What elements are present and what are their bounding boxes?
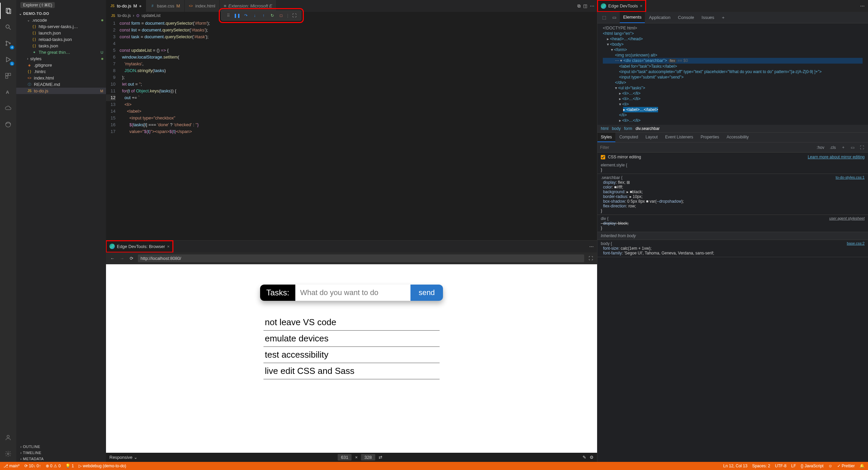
activity-a-icon[interactable]: A: [0, 84, 16, 100]
step-over-icon[interactable]: ↷: [243, 13, 249, 18]
stop-icon[interactable]: □: [278, 13, 284, 18]
tab-base-css[interactable]: #base.cssM: [146, 0, 184, 12]
dom-tree[interactable]: <!DOCTYPE html> <html lang="en"> ▸ <head…: [597, 23, 868, 125]
branch-indicator[interactable]: ⎇ main*: [3, 464, 20, 468]
devtools-tab[interactable]: Edge DevTools ×: [597, 0, 646, 12]
metadata-section[interactable]: › METADATA: [16, 456, 106, 462]
file-item[interactable]: ⓘREADME.md: [16, 81, 106, 88]
task-input[interactable]: [295, 285, 410, 301]
encoding-indicator[interactable]: UTF-8: [775, 464, 786, 468]
list-item[interactable]: emulate devices: [263, 331, 440, 347]
css-rules[interactable]: element.style { } to-do-styles.css:1 .se…: [597, 161, 868, 462]
file-item-active[interactable]: JSto-do.jsM: [16, 88, 106, 94]
file-item[interactable]: { }tasks.json: [16, 43, 106, 49]
file-item[interactable]: { }reload-tasks.json: [16, 36, 106, 43]
browser-viewport[interactable]: Tasks: send not leave VS code emulate de…: [106, 264, 597, 453]
close-icon[interactable]: ●: [139, 3, 142, 8]
file-item[interactable]: ✦The great thin…U: [16, 49, 106, 55]
source-link[interactable]: base.css:2: [847, 241, 865, 245]
mirror-link[interactable]: Learn more about mirror editing: [808, 155, 865, 159]
drag-handle-icon[interactable]: ⠿: [226, 13, 231, 18]
inspect-icon[interactable]: ⬚: [599, 12, 609, 23]
list-item[interactable]: live edit CSS and Sass: [263, 363, 440, 379]
pause-icon[interactable]: ❚❚: [234, 13, 240, 18]
feedback-icon[interactable]: ☺: [828, 464, 832, 468]
activity-edge-icon[interactable]: [0, 116, 16, 133]
folder-styles[interactable]: ›styles: [16, 55, 106, 62]
bell-icon[interactable]: 🔔: [860, 464, 865, 468]
mirror-checkbox[interactable]: [601, 155, 605, 159]
activity-account-icon[interactable]: [0, 429, 16, 446]
cls-button[interactable]: .cls: [828, 144, 837, 151]
list-item[interactable]: test accessibility: [263, 347, 440, 363]
file-item[interactable]: ◈.gitignore: [16, 62, 106, 68]
responsive-dropdown[interactable]: Responsive ⌄: [109, 455, 137, 460]
more-icon[interactable]: ⋯: [590, 3, 594, 9]
device-icon[interactable]: ▭: [849, 144, 856, 151]
width-input[interactable]: 631: [338, 454, 352, 461]
screencast-icon[interactable]: ⛶: [292, 13, 297, 18]
chevron-down-icon[interactable]: ⌄: [19, 12, 22, 16]
activity-debug-icon[interactable]: 1: [0, 51, 16, 68]
activity-extensions-icon[interactable]: [0, 68, 16, 84]
step-into-icon[interactable]: ↓: [252, 13, 257, 18]
activity-search-icon[interactable]: [0, 19, 16, 35]
compare-icon[interactable]: ⧉: [577, 3, 580, 9]
restart-icon[interactable]: ↻: [270, 13, 275, 18]
tab-styles[interactable]: Styles: [597, 133, 615, 142]
tab-extension[interactable]: ≡Extension: Microsoft E: [220, 0, 277, 12]
activity-settings-icon[interactable]: [0, 446, 16, 462]
close-icon[interactable]: ×: [640, 3, 642, 8]
file-item[interactable]: { }.hintrc: [16, 68, 106, 75]
file-item[interactable]: <>index.html: [16, 75, 106, 81]
tab-todo-js[interactable]: JSto-do.jsM●: [106, 0, 146, 12]
device-icon[interactable]: ▭: [610, 12, 619, 23]
language-indicator[interactable]: {} JavaScript: [801, 464, 823, 468]
plus-icon[interactable]: ＋: [718, 12, 728, 23]
tab-console[interactable]: Console: [675, 12, 698, 23]
outline-section[interactable]: › OUTLINE: [16, 444, 106, 450]
eol-indicator[interactable]: LF: [791, 464, 796, 468]
wand-icon[interactable]: ✎: [583, 455, 586, 460]
tab-accessibility[interactable]: Accessibility: [723, 133, 752, 142]
code-editor[interactable]: 1234567891011121314151617 const form = d…: [106, 19, 597, 240]
source-link[interactable]: to-do-styles.css:1: [835, 175, 865, 179]
activity-cloud-icon[interactable]: [0, 100, 16, 116]
close-icon[interactable]: ×: [167, 244, 170, 249]
timeline-section[interactable]: › TIMELINE: [16, 450, 106, 456]
expand-icon[interactable]: ⛶: [859, 144, 865, 151]
reload-icon[interactable]: ⟳: [128, 256, 134, 261]
tab-properties[interactable]: Properties: [697, 133, 723, 142]
problems-indicator[interactable]: ⊗ 0 ⚠ 0: [46, 464, 61, 468]
list-item[interactable]: not leave VS code: [263, 314, 440, 331]
tab-layout[interactable]: Layout: [642, 133, 661, 142]
hov-button[interactable]: :hov: [815, 144, 826, 151]
send-button[interactable]: send: [410, 285, 443, 301]
styles-filter-input[interactable]: [600, 145, 812, 150]
browser-tab[interactable]: Edge DevTools: Browser ×: [106, 241, 173, 252]
more-icon[interactable]: ⋯: [860, 3, 865, 8]
tab-computed[interactable]: Computed: [616, 133, 641, 142]
more-icon[interactable]: ⋯: [589, 244, 594, 249]
debug-target[interactable]: ▷ webdebug (demo-to-do): [79, 464, 126, 468]
dom-breadcrumb[interactable]: htmlbodyformdiv.searchbar: [597, 125, 868, 132]
hints-indicator[interactable]: 💡 1: [65, 464, 74, 468]
step-out-icon[interactable]: ↑: [261, 13, 266, 18]
tab-index-html[interactable]: <>index.html: [185, 0, 220, 12]
tab-issues[interactable]: Issues: [698, 12, 718, 23]
cursor-position[interactable]: Ln 12, Col 13: [723, 464, 747, 468]
screencast-icon[interactable]: ⛶: [588, 256, 594, 261]
file-item[interactable]: { }http-server-tasks.j…: [16, 23, 106, 30]
activity-explorer-icon[interactable]: [0, 3, 16, 19]
indent-indicator[interactable]: Spaces: 2: [752, 464, 770, 468]
rotate-icon[interactable]: ⇄: [379, 455, 382, 460]
url-bar[interactable]: http://localhost:8080/: [138, 254, 584, 262]
tab-application[interactable]: Application: [645, 12, 674, 23]
forward-icon[interactable]: →: [119, 256, 125, 261]
prettier-indicator[interactable]: ✓ Prettier: [837, 464, 855, 468]
tab-listeners[interactable]: Event Listeners: [662, 133, 697, 142]
height-input[interactable]: 328: [361, 454, 375, 461]
file-item[interactable]: { }launch.json: [16, 30, 106, 36]
back-icon[interactable]: ←: [109, 256, 115, 261]
activity-scm-icon[interactable]: 4: [0, 35, 16, 51]
